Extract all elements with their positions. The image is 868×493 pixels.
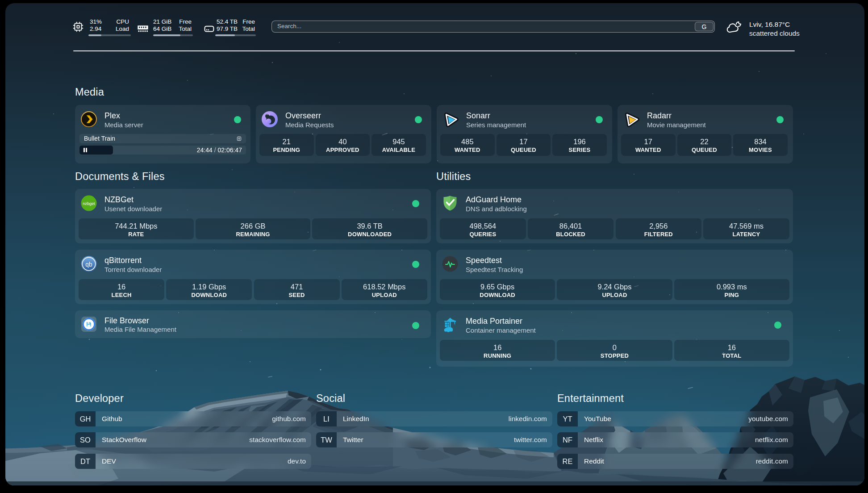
svg-text:qb: qb [85,261,92,268]
svg-text:nzbget: nzbget [83,201,95,206]
